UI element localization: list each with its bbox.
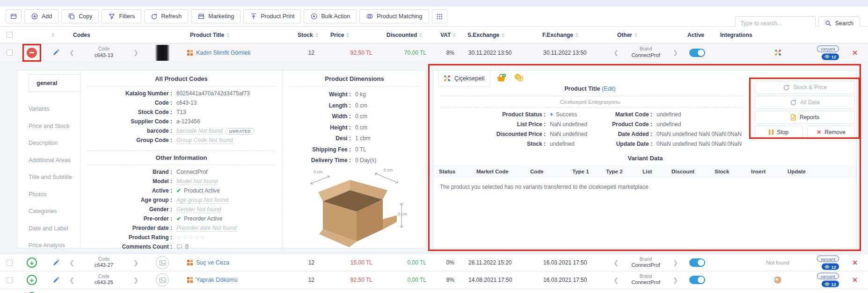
marketplace-subtitle: Ciceksepeti Entegrasyonu [433,99,747,105]
window-button[interactable] [6,9,22,23]
product-title-link[interactable]: Yaprak Dökümü [196,277,238,283]
grid-button[interactable] [432,9,447,23]
eye-icon [824,55,830,59]
sort-icon[interactable] [51,33,54,37]
sort-icon[interactable] [576,33,578,37]
sort-icon[interactable] [635,33,637,37]
sort-icon[interactable] [226,33,229,37]
column-header-codes[interactable]: Codes [66,27,141,43]
active-toggle[interactable] [689,258,705,267]
edit-pencil-icon[interactable] [52,259,59,266]
product-print-button[interactable]: Product Print [243,9,301,23]
copy-button[interactable]: Copy [61,9,99,23]
remove-row-icon[interactable]: ✕ [852,259,858,266]
box-illustration: 0 cm0 cm0 cm [305,163,408,247]
prev-brand-chevron[interactable]: ❮ [611,259,621,266]
sidebar-item-price-and-stock[interactable]: Price and Stock [17,118,80,135]
integration-pending-icon[interactable] [774,276,781,284]
sort-icon[interactable] [453,33,456,37]
reports-button[interactable]: Reports [755,111,855,124]
sidebar-item-description[interactable]: Description [17,135,80,152]
select-all-checkbox[interactable] [7,32,13,38]
sidebar-item-additional-areas[interactable]: Additional Areas [17,152,80,169]
product-title-link[interactable]: Kadın Slimfit Gömlek [196,50,251,56]
next-code-chevron[interactable]: ❯ [131,49,141,56]
tab-ciceksepeti[interactable]: Çiçeksepeti [438,71,490,86]
marketing-button[interactable]: Marketing [191,9,241,23]
next-brand-chevron[interactable]: ❯ [670,49,681,56]
remove-row-icon[interactable]: ✕ [852,49,858,57]
column-header-price[interactable]: Price [324,27,380,43]
stock: 12 [291,272,324,288]
coins-icon[interactable] [514,73,524,82]
prev-brand-chevron[interactable]: ❮ [611,49,621,56]
stop-button[interactable]: Stop [755,126,802,139]
sidebar-item-price-analysis[interactable]: Price Analysis [17,237,80,254]
active-toggle[interactable] [689,49,705,57]
edit-pencil-icon[interactable] [52,277,59,284]
prev-code-chevron[interactable]: ❮ [66,259,77,266]
bulk-action-button[interactable]: Bulk Action [304,9,357,23]
column-header-title[interactable]: Product Title [183,27,291,43]
ciceksepeti-integration-icon[interactable] [774,49,782,57]
column-header-discounted[interactable]: Discounted [380,27,434,43]
check-icon: ✔ [176,188,181,193]
expand-row-button[interactable]: + [27,257,37,268]
column-header-edit[interactable] [45,27,66,43]
remove-button[interactable]: ✕ Remove [807,126,855,139]
brand-stack: BrandConnectProf [621,274,670,286]
row-checkbox[interactable] [7,260,13,266]
edit-pencil-icon[interactable] [52,49,59,56]
prev-code-chevron[interactable]: ❮ [66,49,77,56]
variant-count-badge[interactable]: 12 [822,264,839,270]
product-matching-button[interactable]: Product Matching [359,9,429,23]
next-brand-chevron[interactable]: ❯ [670,259,681,266]
column-header-s_exchange[interactable]: S.Exchange [461,27,536,43]
row-checkbox[interactable] [7,277,13,283]
column-header-integrations[interactable]: Integrations [714,27,842,43]
column-header-other[interactable]: Other [611,27,681,43]
row-checkbox[interactable] [7,50,13,56]
variant-column-type-2: Type 2 [600,169,637,174]
next-code-chevron[interactable]: ❯ [131,277,141,284]
sidebar-item-general[interactable]: general [29,74,81,92]
collapse-row-button[interactable] [27,48,37,58]
variant-badge[interactable]: varyant [817,256,839,262]
expand-row-button[interactable]: + [27,275,37,285]
variant-badge[interactable]: varyant [817,273,839,279]
prev-brand-chevron[interactable]: ❮ [611,277,621,284]
column-header-active[interactable]: Active [681,27,714,43]
sidebar-item-categories[interactable]: Categories [17,203,80,220]
remove-row-icon[interactable]: ✕ [852,276,858,284]
column-header-vat[interactable]: VAT [434,27,461,43]
sidebar-item-title-and-subtitle[interactable]: Title and Subtitle [17,169,80,186]
sidebar-item-photos[interactable]: Photos [17,186,80,203]
refresh-button[interactable]: Refresh [144,9,188,23]
sort-icon[interactable] [315,33,318,37]
variant-count-badge[interactable]: 12 [822,281,839,287]
sort-icon[interactable] [419,33,422,37]
sidebar-item-date-and-label[interactable]: Date and Label [17,220,80,237]
column-header-stock[interactable]: Stock [291,27,324,43]
filters-button[interactable]: Filters [102,9,141,23]
variant-badge[interactable]: varyant [817,45,839,52]
sidebar-item-variants[interactable]: Variants [17,100,80,118]
sort-icon[interactable] [346,33,349,37]
add-button[interactable]: Add [24,9,58,23]
variant-count-badge[interactable]: 12 [822,53,839,60]
f-exchange-value: 16.03.2021 17:50 [543,277,587,283]
active-toggle[interactable] [689,276,705,284]
column-header-f_exchange[interactable]: F.Exchange [536,27,611,43]
field-pre-order: Pre-order :✔Preorder Active [80,216,282,225]
prev-code-chevron[interactable]: ❮ [66,277,77,284]
product-title-link[interactable]: Suç ve Ceza [196,259,229,266]
sort-icon[interactable] [502,33,504,37]
stock-price-button[interactable]: Stock & Price [755,81,855,94]
all-data-button[interactable]: All Data [755,96,855,109]
next-brand-chevron[interactable]: ❯ [670,277,681,284]
field-value-text: ConnectProf [176,169,208,175]
next-code-chevron[interactable]: ❯ [131,259,141,266]
edit-link[interactable]: (Edit) [602,86,616,92]
other-information-title: Other Information [80,154,282,161]
basket-icon[interactable] [496,73,506,83]
